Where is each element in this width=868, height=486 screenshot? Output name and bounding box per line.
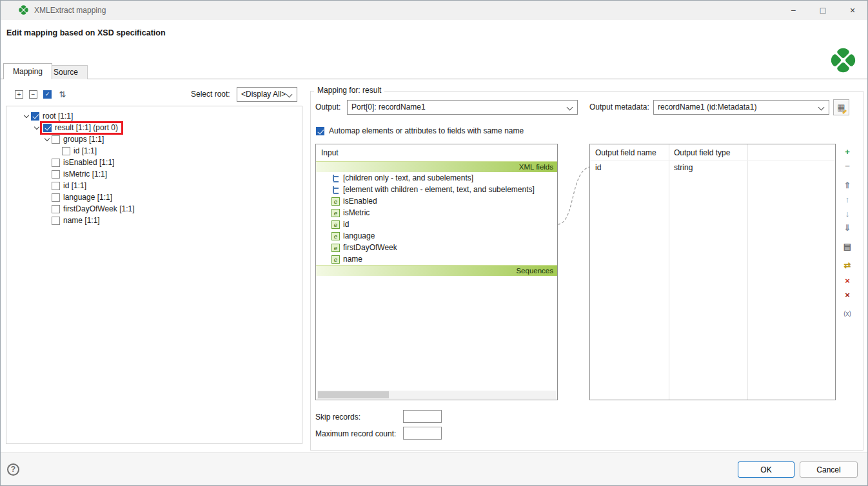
horizontal-scrollbar[interactable] (317, 391, 557, 399)
tree-checkbox[interactable] (52, 159, 60, 167)
input-field-label: isEnabled (343, 197, 377, 206)
maximize-button[interactable]: □ (808, 1, 838, 20)
move-bottom-button[interactable]: ⇓ (842, 222, 853, 233)
cancel-all-mappings-button[interactable]: × (842, 289, 853, 300)
node-inner: root [1:1] (31, 110, 73, 122)
cancel-mapping-button[interactable]: × (842, 275, 853, 286)
automap-button[interactable]: ⇄ (842, 260, 853, 270)
help-button[interactable]: ? (7, 463, 19, 476)
window-title: XMLExtract mapping (34, 6, 106, 15)
tab-mapping[interactable]: Mapping (3, 63, 52, 79)
table-body: idstring (590, 161, 835, 174)
output-port-dropdown[interactable]: Port[0]: recordName1 (347, 100, 578, 115)
column-divider (669, 144, 669, 400)
ok-button[interactable]: OK (738, 462, 794, 478)
table-row[interactable]: idstring (590, 161, 835, 174)
tree-node[interactable]: result [1:1] (port 0) (6, 122, 302, 133)
edit-metadata-button[interactable]: ▦ (833, 99, 849, 115)
subtree-icon (331, 186, 340, 194)
minimize-button[interactable]: − (778, 1, 808, 20)
input-field-item[interactable]: ename (316, 253, 557, 265)
element-icon: e (331, 255, 340, 264)
tree-node-label: groups [1:1] (63, 135, 104, 144)
tree-node-label: root [1:1] (43, 112, 73, 121)
edit-record-button[interactable]: ▤ (842, 241, 853, 251)
scrollbar-thumb[interactable] (318, 391, 389, 398)
tree-node[interactable]: language [1:1] (6, 191, 302, 203)
input-field-item[interactable]: eisEnabled (316, 195, 557, 207)
generated-key-button[interactable]: (x) (842, 308, 853, 318)
expander-spacer (43, 216, 52, 225)
tree-checkbox[interactable] (52, 205, 60, 213)
tree-node[interactable]: isEnabled [1:1] (6, 157, 302, 168)
tree-node-label: id [1:1] (63, 181, 86, 190)
move-down-button[interactable]: ↓ (842, 208, 853, 219)
output-metadata-dropdown[interactable]: recordName1 (id:Metadata1) (653, 100, 829, 115)
tree-checkbox[interactable] (31, 112, 39, 121)
tree-checkbox[interactable] (52, 170, 60, 179)
tree-checkbox[interactable] (52, 217, 60, 225)
output-metadata-value: recordName1 (id:Metadata1) (658, 102, 756, 112)
add-field-button[interactable]: + (842, 146, 853, 157)
collapse-all-icon[interactable]: − (29, 90, 37, 99)
field-type-cell: string (674, 161, 693, 174)
input-field-label: isMetric (343, 208, 370, 217)
input-field-item[interactable]: efirstDayOfWeek (316, 242, 557, 253)
expander-spacer (43, 170, 52, 179)
expander-icon[interactable] (32, 123, 41, 132)
move-up-button[interactable]: ↑ (842, 194, 853, 204)
column-divider (747, 144, 748, 400)
skip-records-label: Skip records: (315, 410, 360, 424)
input-field-label: [children only - text, and subelements] (343, 173, 473, 182)
close-button[interactable]: × (838, 1, 867, 20)
expand-all-icon[interactable]: + (15, 90, 23, 99)
select-root-label: Select root: (191, 87, 230, 101)
input-list-title: Input (316, 144, 557, 161)
tree-node[interactable]: firstDayOfWeek [1:1] (6, 203, 302, 215)
mapping-tab-content: +−✓⇅ Select root: <Display All> root [1:… (1, 79, 867, 454)
input-field-item[interactable]: eid (316, 219, 557, 230)
tree-order-icon[interactable]: ⇅ (57, 90, 68, 99)
input-fields-list: Input XML fields[children only - text, a… (315, 144, 558, 400)
tree-node[interactable]: id [1:1] (6, 180, 302, 191)
expander-icon[interactable] (22, 112, 31, 121)
automap-checkbox[interactable] (316, 127, 324, 135)
input-field-item[interactable]: [element with children - element, text, … (316, 184, 557, 195)
input-field-item[interactable]: [children only - text, and subelements] (316, 172, 557, 184)
tree-node[interactable]: id [1:1] (6, 145, 302, 157)
node-inner: isMetric [1:1] (52, 168, 107, 180)
dialog-header: Edit mapping based on XSD specification (1, 20, 867, 63)
expander-icon[interactable] (43, 135, 52, 144)
expander-spacer (43, 204, 52, 213)
skip-records-input[interactable] (403, 410, 442, 423)
expander-spacer (43, 193, 52, 202)
xmlextract-mapping-dialog: XMLExtract mapping − □ × Edit mapping ba… (0, 0, 868, 486)
check-elements-icon[interactable]: ✓ (43, 90, 52, 99)
tree-node-label: firstDayOfWeek [1:1] (63, 204, 134, 213)
element-icon: e (331, 220, 340, 229)
tree-checkbox[interactable] (43, 124, 52, 132)
tree-checkbox[interactable] (52, 135, 60, 144)
tree-checkbox[interactable] (62, 147, 70, 155)
cancel-button[interactable]: Cancel (800, 462, 858, 478)
input-field-label: [element with children - element, text, … (343, 185, 535, 194)
tree-node[interactable]: name [1:1] (6, 215, 302, 226)
tree-checkbox[interactable] (52, 182, 60, 190)
edit-metadata-icon: ▦ (837, 102, 845, 112)
tree-checkbox[interactable] (52, 193, 60, 202)
app-clover-icon (19, 5, 29, 15)
input-field-item[interactable]: eisMetric (316, 207, 557, 219)
max-record-count-label: Maximum record count: (315, 427, 396, 441)
tree-node[interactable]: isMetric [1:1] (6, 168, 302, 180)
field-name-cell: id (595, 161, 601, 174)
automap-label: Automap elements or attributes to fields… (329, 124, 524, 137)
select-root-dropdown[interactable]: <Display All> (237, 87, 297, 102)
output-label: Output: (315, 100, 340, 114)
remove-field-button[interactable]: − (842, 160, 853, 171)
tree-node[interactable]: groups [1:1] (6, 133, 302, 145)
tree-node[interactable]: root [1:1] (6, 110, 302, 122)
input-field-item[interactable]: elanguage (316, 230, 557, 242)
max-record-count-input[interactable] (403, 427, 442, 440)
node-inner: language [1:1] (52, 191, 112, 203)
move-top-button[interactable]: ⇑ (842, 180, 853, 190)
